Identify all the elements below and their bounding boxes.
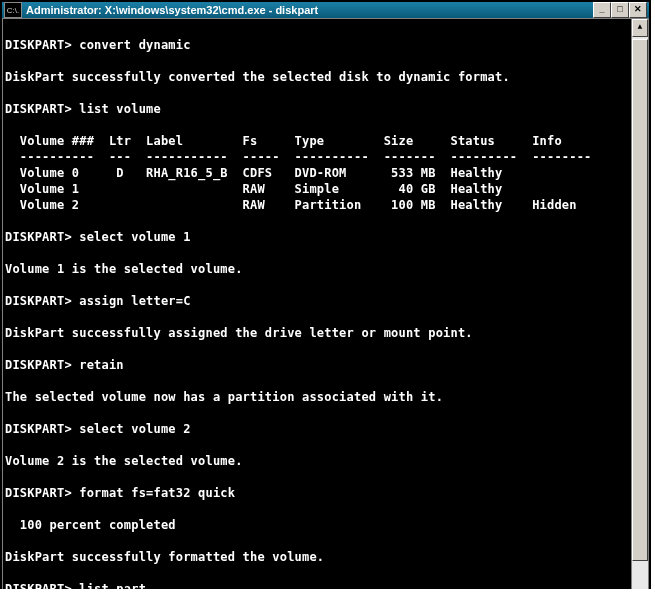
titlebar[interactable]: C:\. Administrator: X:\windows\system32\… [2, 2, 649, 18]
vertical-scrollbar[interactable]: ▲ ▼ [631, 19, 648, 589]
vscroll-thumb[interactable] [632, 39, 648, 561]
terminal-output[interactable]: DISKPART> convert dynamic DiskPart succe… [3, 19, 631, 589]
cmd-icon: C:\. [4, 2, 22, 18]
minimize-button[interactable]: _ [593, 2, 611, 18]
cmd-window: C:\. Administrator: X:\windows\system32\… [0, 0, 651, 589]
maximize-button[interactable]: □ [611, 2, 629, 18]
window-controls: _ □ ✕ [593, 2, 647, 18]
terminal-area: DISKPART> convert dynamic DiskPart succe… [3, 19, 648, 589]
scroll-up-button[interactable]: ▲ [632, 19, 648, 37]
client-area: DISKPART> convert dynamic DiskPart succe… [2, 18, 649, 589]
window-title: Administrator: X:\windows\system32\cmd.e… [26, 4, 593, 16]
vscroll-track[interactable] [632, 37, 648, 589]
close-button[interactable]: ✕ [629, 2, 647, 18]
